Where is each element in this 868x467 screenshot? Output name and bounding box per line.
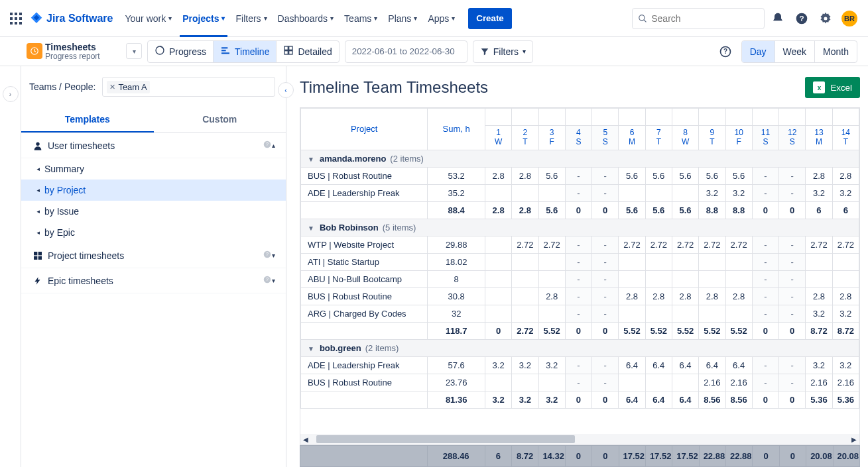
project-cell[interactable]: BUS | Robust Routine	[301, 287, 428, 305]
col-day-12[interactable]: 12S	[779, 126, 806, 150]
horizontal-scrollbar[interactable]: ◀ ▶	[300, 434, 860, 445]
collapse-group-icon[interactable]: ▼	[308, 225, 314, 232]
settings-icon[interactable]	[815, 8, 836, 29]
collapse-group-icon[interactable]: ▼	[308, 345, 314, 352]
col-day-10[interactable]: 10F	[725, 126, 752, 150]
export-excel-button[interactable]: x Excel	[805, 77, 860, 98]
project-cell[interactable]: ATI | Static Startup	[301, 253, 428, 270]
col-day-5[interactable]: 5S	[592, 126, 619, 150]
teams-filter-input[interactable]: ✕ Team A	[102, 77, 275, 97]
svg-rect-30	[38, 252, 42, 255]
nav-your-work[interactable]: Your work▾	[119, 5, 177, 32]
nav-dashboards[interactable]: Dashboards▾	[273, 5, 340, 32]
sidebar-tab-templates[interactable]: Templates	[21, 107, 154, 132]
col-day-6[interactable]: 6M	[619, 126, 645, 150]
filters-button[interactable]: Filters ▾	[473, 40, 533, 63]
grand-total-row: 288.4668.7214.320017.5217.5217.5222.8822…	[300, 445, 860, 467]
notifications-icon[interactable]	[767, 8, 788, 29]
scroll-thumb[interactable]	[316, 435, 575, 443]
app-title: Timesheets	[45, 42, 100, 52]
svg-rect-32	[38, 256, 42, 259]
user-avatar[interactable]: BR	[839, 8, 860, 29]
col-sum[interactable]: Sum, h	[428, 109, 485, 150]
tree-item-by-issue[interactable]: ▴by Issue	[21, 201, 286, 222]
svg-rect-4	[15, 17, 17, 20]
section-user-timesheets[interactable]: User timesheets?▴	[21, 133, 286, 158]
tree-item-by-epic[interactable]: ▴by Epic	[21, 222, 286, 243]
col-day-13[interactable]: 13M	[806, 126, 832, 150]
view-month[interactable]: Month	[815, 41, 857, 62]
tree-item-by-project[interactable]: ▴by Project	[21, 180, 286, 201]
data-row: BUS | Robust Routine30.82.8--2.82.82.82.…	[301, 287, 859, 305]
col-day-3[interactable]: 3F	[538, 126, 565, 150]
project-cell[interactable]: BUS | Robust Routine	[301, 167, 428, 184]
help-hint-icon[interactable]: ?	[263, 140, 272, 151]
app-subtitle: Progress report	[45, 52, 100, 62]
create-button[interactable]: Create	[468, 8, 512, 29]
help-hint-icon[interactable]: ?	[263, 275, 272, 286]
mode-timeline[interactable]: Timeline	[214, 41, 277, 62]
section-epic-timesheets[interactable]: Epic timesheets?▾	[21, 268, 286, 293]
date-range-input[interactable]	[345, 40, 467, 63]
group-row[interactable]: ▼bob.green(2 items)	[301, 339, 859, 356]
project-cell[interactable]: ARG | Charged By Codes	[301, 305, 428, 322]
subtotal-row: 118.702.725.52005.525.525.525.525.52008.…	[301, 322, 859, 339]
col-day-11[interactable]: 11S	[752, 126, 778, 150]
scroll-left-icon[interactable]: ◀	[303, 436, 308, 443]
nav-plans[interactable]: Plans▾	[383, 5, 422, 32]
nav-apps[interactable]: Apps▾	[422, 5, 460, 32]
view-day[interactable]: Day	[742, 41, 775, 62]
col-project[interactable]: Project	[301, 109, 428, 150]
svg-text:?: ?	[266, 142, 269, 146]
project-cell[interactable]: BUS | Robust Routine	[301, 374, 428, 391]
collapse-sidebar-button[interactable]: ‹	[278, 82, 294, 98]
search-box[interactable]	[632, 8, 765, 29]
tree-item-summary[interactable]: ▴Summary	[21, 158, 286, 180]
nav-projects[interactable]: Projects▾	[177, 5, 230, 32]
mode-progress[interactable]: Progress	[148, 41, 214, 62]
nav-teams[interactable]: Teams▾	[339, 5, 383, 32]
sidebar-tab-custom[interactable]: Custom	[154, 107, 286, 132]
top-nav: Jira Software Your work▾Projects▾Filters…	[0, 0, 868, 37]
help-hint-icon[interactable]: ?	[263, 250, 272, 261]
jira-logo[interactable]: Jira Software	[29, 11, 113, 26]
help-icon[interactable]: ?	[791, 8, 812, 29]
col-day-7[interactable]: 7T	[645, 126, 672, 150]
scroll-right-icon[interactable]: ▶	[851, 436, 857, 443]
app-header[interactable]: Timesheets Progress report ▾	[27, 42, 142, 62]
group-row[interactable]: ▼Bob Robinson(5 items)	[301, 219, 859, 236]
app-switcher-icon[interactable]	[8, 11, 24, 26]
col-day-9[interactable]: 9T	[699, 126, 725, 150]
section-project-timesheets[interactable]: Project timesheets?▾	[21, 243, 286, 268]
user-icon	[32, 140, 44, 151]
col-day-8[interactable]: 8W	[672, 126, 698, 150]
project-cell[interactable]: ABU | No-Bull Bootcamp	[301, 270, 428, 287]
view-week[interactable]: Week	[775, 41, 816, 62]
project-cell[interactable]: ADE | Leadership Freak	[301, 184, 428, 201]
remove-tag-icon[interactable]: ✕	[109, 83, 115, 91]
mode-detailed[interactable]: Detailed	[277, 41, 338, 62]
project-cell[interactable]: WTP | Website Project	[301, 236, 428, 253]
template-tree: User timesheets?▴▴Summary▴by Project▴by …	[21, 133, 286, 293]
col-day-4[interactable]: 4S	[565, 126, 591, 150]
avatar-initials: BR	[841, 11, 857, 26]
svg-text:?: ?	[799, 14, 804, 23]
col-day-2[interactable]: 2T	[512, 126, 538, 150]
app-switch-chevron[interactable]: ▾	[126, 43, 142, 59]
svg-text:?: ?	[266, 252, 269, 256]
col-day-14[interactable]: 14T	[832, 126, 859, 150]
col-day-1[interactable]: 1W	[485, 126, 511, 150]
group-row[interactable]: ▼amanda.moreno(2 items)	[301, 150, 859, 167]
nav-filters[interactable]: Filters▾	[230, 5, 272, 32]
svg-rect-6	[10, 22, 13, 25]
toolbar-help-icon[interactable]: ?	[715, 41, 736, 62]
project-cell[interactable]: ADE | Leadership Freak	[301, 356, 428, 374]
svg-point-26	[36, 142, 39, 145]
sidebar: ‹ Teams / People: ✕ Team A TemplatesCust…	[21, 66, 286, 467]
nav-items: Your work▾Projects▾Filters▾Dashboards▾Te…	[119, 5, 460, 32]
search-input[interactable]	[651, 13, 759, 24]
expand-rail-button[interactable]: ›	[3, 86, 19, 102]
svg-rect-3	[10, 17, 13, 20]
collapse-group-icon[interactable]: ▼	[308, 156, 314, 163]
subtotal-row: 81.363.23.23.2006.46.46.48.568.56005.365…	[301, 391, 859, 408]
